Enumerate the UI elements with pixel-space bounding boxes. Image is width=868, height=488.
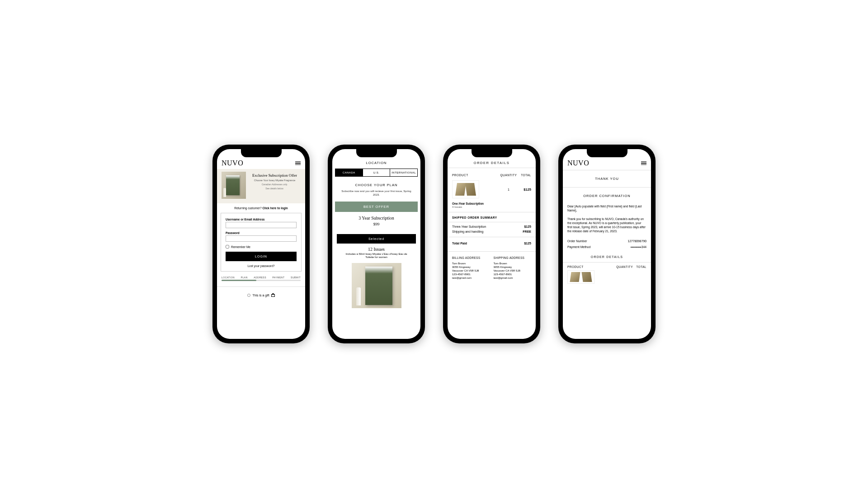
step-location: LOCATION bbox=[222, 276, 235, 279]
tab-canada[interactable]: CANADA bbox=[335, 169, 363, 177]
addr-city: Vacouver CA V5R 5J8 bbox=[494, 269, 532, 272]
subscription-name: One-Year Subscription bbox=[448, 202, 536, 205]
subscription-issues: 4 Issues bbox=[448, 205, 536, 212]
login-link[interactable]: Click here to login bbox=[262, 206, 288, 210]
order-number-value: 12778098790 bbox=[627, 239, 646, 243]
summary-value: FREE bbox=[523, 230, 531, 233]
product-qty: 1 bbox=[500, 188, 518, 191]
product-total: $125 bbox=[518, 188, 531, 192]
shipping-address: SHIPPING ADDRESS Tom Brown 3055 Kingsway… bbox=[494, 256, 532, 280]
order-details-title: ORDER DETAILS bbox=[563, 250, 651, 262]
tab-international[interactable]: INTERNATIONAL bbox=[390, 169, 418, 177]
brand-logo: NUVO bbox=[567, 159, 589, 167]
addr-name: Tom Brown bbox=[494, 262, 532, 265]
greeting: Dear [Auto populate with field {First na… bbox=[567, 202, 646, 215]
step-plan: PLAN bbox=[241, 276, 248, 279]
product-image bbox=[567, 270, 594, 284]
confirmation-title: ORDER CONFIRMATION bbox=[563, 188, 651, 202]
gift-label: This is a gift bbox=[252, 294, 269, 297]
billing-address: BILLING ADDRESS Tom Brown 3055 Kingsway … bbox=[452, 256, 490, 280]
plan-name: 3 Year Subscription bbox=[337, 216, 416, 221]
best-offer-badge: BEST OFFER bbox=[335, 202, 418, 212]
plan-price: $99 bbox=[337, 222, 416, 226]
remember-label: Remember Me bbox=[231, 245, 250, 249]
password-input[interactable] bbox=[226, 235, 297, 242]
progress-bar bbox=[222, 280, 301, 281]
tab-us[interactable]: U.S. bbox=[363, 169, 391, 177]
product-image bbox=[452, 180, 479, 198]
addr-phone: 123-4567-8901 bbox=[494, 272, 532, 276]
col-quantity: QUANTITY bbox=[500, 174, 518, 177]
total-row: Total Paid $125 bbox=[448, 237, 536, 249]
summary-label: Three-Year Subscription bbox=[452, 225, 486, 228]
summary-row: Shipping and handling FREE bbox=[448, 229, 536, 234]
total-label: Total Paid bbox=[452, 242, 467, 245]
payment-method-row: Payment Method ••••••••••344 bbox=[567, 244, 646, 250]
lost-password-link[interactable]: Lost your password? bbox=[226, 264, 297, 267]
returning-prefix: Returning customer? bbox=[234, 206, 262, 210]
perfume-bottle-icon bbox=[356, 287, 361, 305]
selected-button[interactable]: Selected bbox=[337, 234, 416, 244]
addr-email: test@gmail.com bbox=[452, 276, 490, 280]
payment-label: Payment Method bbox=[567, 245, 590, 249]
choose-plan-subtitle: Subscribe now and you will recieve your … bbox=[332, 189, 420, 200]
location-tabs: CANADA U.S. INTERNATIONAL bbox=[335, 169, 418, 177]
addr-street: 3055 Kingsway bbox=[494, 265, 532, 269]
includes-text: Includes a 50ml Issey Miyake L'Eau d'Iss… bbox=[332, 252, 420, 261]
step-submit: SUBMIT bbox=[291, 276, 301, 279]
remember-checkbox[interactable] bbox=[226, 245, 229, 249]
remember-me-row[interactable]: Remember Me bbox=[226, 245, 297, 249]
plan-card: 3 Year Subscription $99 bbox=[332, 212, 420, 231]
col-product: PRODUCT bbox=[567, 265, 615, 268]
login-button[interactable]: LOGIN bbox=[226, 252, 297, 261]
login-form: Username or Email Address Password Remem… bbox=[221, 213, 302, 272]
order-number-row: Order Number 12778098790 bbox=[567, 238, 646, 244]
shipping-title: SHIPPING ADDRESS bbox=[494, 256, 532, 259]
billing-title: BILLING ADDRESS bbox=[452, 256, 490, 259]
summary-title: SHIPPED ORDER SUMMARY bbox=[448, 212, 536, 222]
perfume-bottle-icon bbox=[223, 188, 226, 197]
gift-radio[interactable] bbox=[247, 294, 250, 297]
location-title: LOCATION bbox=[332, 157, 420, 167]
choose-plan-title: CHOOSE YOUR PLAN bbox=[332, 177, 420, 189]
order-details-title: ORDER DETAILS bbox=[448, 157, 536, 168]
gift-icon bbox=[271, 293, 275, 297]
checkout-steps: LOCATION PLAN ADDRESS PAYMENT SUBMIT bbox=[217, 272, 305, 280]
phone-login: NUVO Exclusive Subscription Offer Choose… bbox=[212, 145, 310, 343]
hamburger-icon[interactable] bbox=[641, 161, 646, 165]
username-label: Username or Email Address bbox=[226, 218, 297, 221]
phone-order-details: ORDER DETAILS PRODUCT QUANTITY TOTAL 1 $… bbox=[443, 145, 540, 343]
thank-you-title: THANK YOU bbox=[563, 170, 651, 187]
address-section: BILLING ADDRESS Tom Brown 3055 Kingsway … bbox=[448, 251, 536, 284]
plan-image bbox=[352, 263, 401, 308]
step-address: ADDRESS bbox=[254, 276, 266, 279]
col-product: PRODUCT bbox=[452, 174, 500, 177]
summary-value: $125 bbox=[524, 225, 531, 228]
hero-note-2: See details below. bbox=[249, 187, 301, 190]
total-value: $125 bbox=[524, 242, 531, 245]
table-header: PRODUCT QUANTITY TOTAL bbox=[448, 168, 536, 178]
addr-phone: 123-4567-8901 bbox=[452, 272, 490, 276]
addr-name: Tom Brown bbox=[452, 262, 490, 265]
addr-city: Vacouver CA V5R 5J8 bbox=[452, 269, 490, 272]
step-payment: PAYMENT bbox=[273, 276, 285, 279]
brand-logo: NUVO bbox=[222, 159, 243, 167]
col-total: TOTAL bbox=[518, 174, 531, 177]
summary-row: Three-Year Subscription $125 bbox=[448, 224, 536, 229]
addr-email: test@gmail.com bbox=[494, 276, 532, 280]
returning-customer-row: Returning customer? Click here to login bbox=[217, 203, 305, 213]
col-total: TOTAL bbox=[633, 265, 646, 268]
col-quantity: QUANTITY bbox=[615, 265, 633, 268]
hamburger-icon[interactable] bbox=[295, 161, 301, 165]
username-input[interactable] bbox=[226, 222, 297, 228]
hero-note-1: Canadian Addresses only. bbox=[249, 183, 301, 186]
hero-subtitle: Choose Your Issey Miyake Fragrance bbox=[249, 179, 301, 182]
phone-plan: LOCATION CANADA U.S. INTERNATIONAL CHOOS… bbox=[328, 145, 425, 343]
payment-value: ••••••••••344 bbox=[631, 245, 646, 249]
hero-title: Exclusive Subscription Offer bbox=[249, 174, 301, 178]
gift-toggle-row[interactable]: This is a gift bbox=[217, 287, 305, 303]
phone-thank-you: NUVO THANK YOU ORDER CONFIRMATION Dear [… bbox=[558, 145, 656, 343]
table-header: PRODUCT QUANTITY TOTAL bbox=[563, 262, 651, 270]
addr-street: 3055 Kingsway bbox=[452, 265, 490, 269]
order-number-label: Order Number bbox=[567, 239, 587, 243]
